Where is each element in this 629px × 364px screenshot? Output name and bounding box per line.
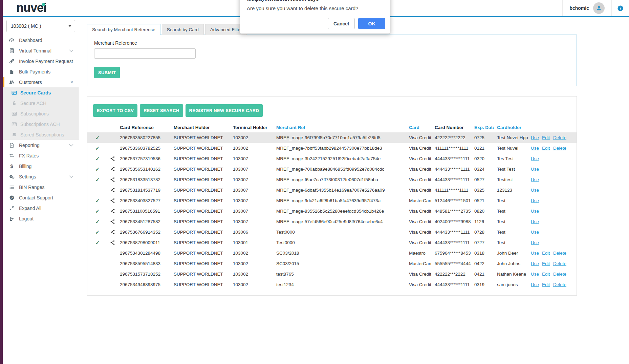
sidebar-item-customers[interactable]: Customers× [3, 77, 79, 87]
tab-search-by-card[interactable]: Search by Card [162, 24, 204, 35]
delete-link[interactable]: Delete [553, 282, 566, 287]
search-tabs: Search by Merchant Reference Search by C… [87, 24, 247, 35]
use-link[interactable]: Use [531, 209, 539, 214]
cell-card-number: 444433******1111 [432, 227, 472, 237]
table-body: ✓2967533580227855SUPPORT WORLDNET103002M… [87, 132, 577, 290]
edit-link[interactable]: Edit [542, 282, 550, 287]
delete-link[interactable]: Delete [553, 135, 566, 140]
merchant-reference-input[interactable] [94, 48, 196, 59]
edit-link[interactable]: Edit [542, 135, 550, 140]
sidebar-item-bulk-payments[interactable]: Bulk Payments [3, 66, 79, 77]
sidebar-item-expand-all[interactable]: Expand All [3, 203, 79, 213]
column-header-merchant-ref[interactable]: Merchant Ref [274, 122, 406, 132]
row-shared-cell [108, 195, 117, 206]
sidebar-item-virtual-terminal[interactable]: Virtual Terminal [3, 45, 79, 56]
cell-terminal-holder: 103002 [230, 258, 274, 269]
tab-search-by-merchant-reference[interactable]: Search by Merchant Reference [87, 24, 160, 35]
use-link[interactable]: Use [531, 251, 539, 256]
cell-exp-date: 0320 [472, 153, 494, 164]
table-row: 2967534946898975SUPPORT WORLDNET103002te… [87, 279, 577, 290]
cell-terminal-holder: 103002 [230, 279, 274, 290]
sidebar-subitem-subscriptions: Subscriptions [3, 108, 79, 119]
cell-merchant-ref: MREF_mage-6dbaf54355b14e169ea7007e5276aa… [274, 185, 406, 195]
edit-link[interactable]: Edit [542, 146, 550, 151]
table-row: 2967534301284498SUPPORT WORLDNET103002SC… [87, 248, 577, 258]
sidebar-item-invoice-payment-request[interactable]: Invoice Payment Request [3, 56, 79, 66]
delete-link[interactable]: Delete [553, 272, 566, 277]
column-header-empty [550, 122, 577, 132]
use-link[interactable]: Use [531, 135, 539, 140]
sidebar-item-bin-ranges[interactable]: BIN Ranges [3, 182, 79, 192]
submit-button[interactable]: SUBMIT [94, 67, 120, 78]
row-actions-cell [539, 227, 550, 237]
sidebar-subitem-secure-cards[interactable]: Secure Cards [3, 87, 79, 98]
delete-link[interactable]: Delete [553, 146, 566, 151]
cell-merchant-ref: MREF_mage-9dc21a6ff8b61ba5fa47639d957f47… [274, 195, 406, 206]
sidebar-item-billing[interactable]: $Billing [3, 161, 79, 171]
column-header-card[interactable]: Card [406, 122, 432, 132]
export-to-csv-button[interactable]: EXPORT TO CSV [93, 104, 137, 117]
use-link[interactable]: Use [531, 261, 539, 266]
column-header-exp-date[interactable]: Exp. Date [472, 122, 494, 132]
merchant-account-select[interactable]: 103002 ( MC ) [6, 20, 75, 32]
use-link[interactable]: Use [531, 146, 539, 151]
row-shared-cell [108, 174, 117, 185]
cell-card-number: 444433******1111 [432, 164, 472, 174]
cell-merchant-ref: MREF_mage-96f799f5b70c7710ac1a579a5fe28f… [274, 132, 406, 143]
sidebar-item-dashboard[interactable]: Dashboard [3, 35, 79, 45]
sidebar-item-contact-support[interactable]: ?Contact Support [3, 192, 79, 203]
sidebar-item-logout[interactable]: Logout [3, 213, 79, 224]
cell-merchant-holder: SUPPORT WORLDNET [171, 216, 230, 227]
sidebar-item-reporting[interactable]: Reporting [3, 140, 79, 150]
row-actions-cell: Use [528, 269, 539, 279]
use-link[interactable]: Use [531, 177, 539, 182]
row-actions-cell: Delete [550, 143, 577, 153]
info-button[interactable] [611, 0, 629, 16]
reset-search-button[interactable]: RESET SEARCH [140, 104, 183, 117]
edit-link[interactable]: Edit [542, 261, 550, 266]
row-actions-cell [550, 216, 577, 227]
delete-link[interactable]: Delete [553, 251, 566, 256]
ok-button[interactable]: OK [358, 18, 385, 29]
cancel-button[interactable]: Cancel [328, 18, 355, 29]
cell-cardholder: Test Test [494, 164, 528, 174]
cell-terminal-holder: 103002 [230, 269, 274, 279]
table-row: 2967531814537719SUPPORT WORLDNET103007MR… [87, 185, 577, 195]
chevron-down-icon [69, 49, 73, 52]
check-icon: ✓ [95, 166, 100, 172]
use-link[interactable]: Use [531, 188, 539, 193]
edit-link[interactable]: Edit [542, 272, 550, 277]
column-header-cardholder[interactable]: Cardholder [494, 122, 528, 132]
use-link[interactable]: Use [531, 230, 539, 235]
row-actions-cell: Use [528, 143, 539, 153]
row-shared-cell [108, 227, 117, 237]
cell-terminal-holder: 103007 [230, 185, 274, 195]
row-actions-cell [539, 185, 550, 195]
bulk-payments-icon [9, 69, 15, 74]
column-header-empty [528, 122, 539, 132]
close-icon[interactable]: × [70, 79, 73, 85]
delete-link[interactable]: Delete [553, 261, 566, 266]
use-link[interactable]: Use [531, 282, 539, 287]
cell-card-reference: 2967537757319536 [117, 153, 171, 164]
use-link[interactable]: Use [531, 240, 539, 245]
use-link[interactable]: Use [531, 272, 539, 277]
cell-card-reference: 2967531573718252 [117, 269, 171, 279]
edit-link[interactable]: Edit [542, 251, 550, 256]
sidebar-item-settings[interactable]: Settings [3, 171, 79, 182]
use-link[interactable]: Use [531, 156, 539, 161]
use-link[interactable]: Use [531, 198, 539, 203]
use-link[interactable]: Use [531, 167, 539, 172]
logo-text: nuvei [16, 1, 46, 15]
table-row: ✓2967533683782525SUPPORT WORLDNET103002M… [87, 143, 577, 153]
virtual-terminal-icon [9, 48, 15, 53]
row-actions-cell: Use [528, 237, 539, 248]
row-actions-cell: Use [528, 153, 539, 164]
cell-merchant-ref: MREF_mage-57efd566e90cd25e9d8f5764ecebe6… [274, 216, 406, 227]
billing-icon: $ [9, 163, 15, 169]
use-link[interactable]: Use [531, 219, 539, 224]
sidebar-item-fx-rates[interactable]: FX Rates [3, 150, 79, 161]
register-new-secure-card-button[interactable]: REGISTER NEW SECURE CARD [186, 104, 263, 117]
user-menu[interactable]: bchomic [562, 0, 611, 16]
row-actions-cell: Use [528, 174, 539, 185]
